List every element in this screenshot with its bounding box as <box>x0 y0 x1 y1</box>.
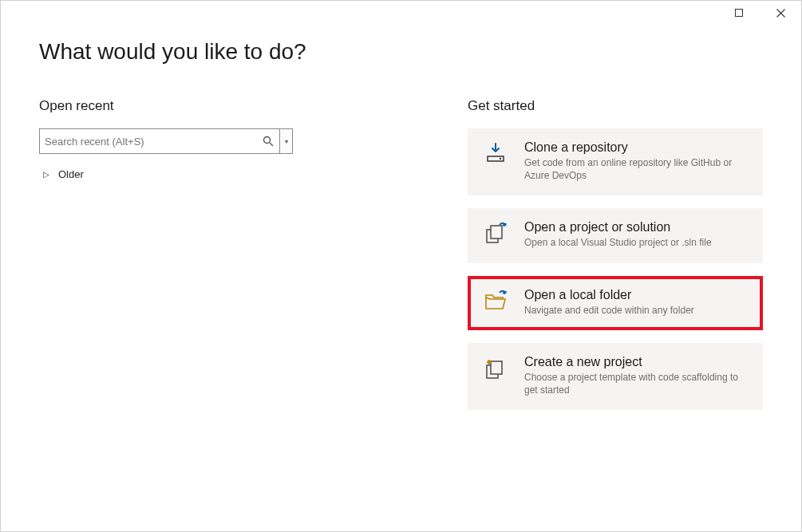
search-recent-box[interactable] <box>39 128 280 154</box>
project-icon <box>481 220 510 249</box>
search-icon <box>262 135 275 148</box>
clone-icon <box>481 140 510 182</box>
svg-rect-7 <box>491 361 502 374</box>
caret-right-icon: ▷ <box>42 170 50 179</box>
svg-rect-0 <box>736 10 743 17</box>
card-desc: Choose a project template with code scaf… <box>524 371 749 396</box>
close-button[interactable] <box>764 2 796 24</box>
older-label: Older <box>58 168 84 180</box>
open-recent-heading: Open recent <box>39 98 412 114</box>
search-dropdown-button[interactable]: ▾ <box>280 128 293 154</box>
new-project-icon <box>481 355 510 396</box>
get-started-heading: Get started <box>468 98 763 114</box>
card-desc: Get code from an online repository like … <box>524 156 749 182</box>
page-title: What would you like to do? <box>39 39 763 65</box>
card-desc: Navigate and edit code within any folder <box>524 304 749 317</box>
card-title: Open a local folder <box>524 288 749 302</box>
card-title: Clone a repository <box>524 140 749 155</box>
maximize-button[interactable] <box>723 2 755 24</box>
svg-point-1 <box>264 137 271 144</box>
card-create-new-project[interactable]: Create a new project Choose a project te… <box>468 343 763 410</box>
card-desc: Open a local Visual Studio project or .s… <box>524 236 749 249</box>
card-title: Open a project or solution <box>524 220 749 234</box>
card-clone-repository[interactable]: Clone a repository Get code from an onli… <box>468 128 763 195</box>
window-titlebar <box>1 1 801 25</box>
card-open-local-folder[interactable]: Open a local folder Navigate and edit co… <box>468 276 763 330</box>
card-open-project[interactable]: Open a project or solution Open a local … <box>468 208 763 262</box>
svg-point-3 <box>500 158 501 160</box>
chevron-down-icon: ▾ <box>285 138 288 145</box>
folder-icon <box>481 288 510 317</box>
card-title: Create a new project <box>524 355 749 369</box>
search-input[interactable] <box>45 136 262 148</box>
older-group[interactable]: ▷ Older <box>39 165 412 183</box>
svg-rect-5 <box>491 226 502 238</box>
